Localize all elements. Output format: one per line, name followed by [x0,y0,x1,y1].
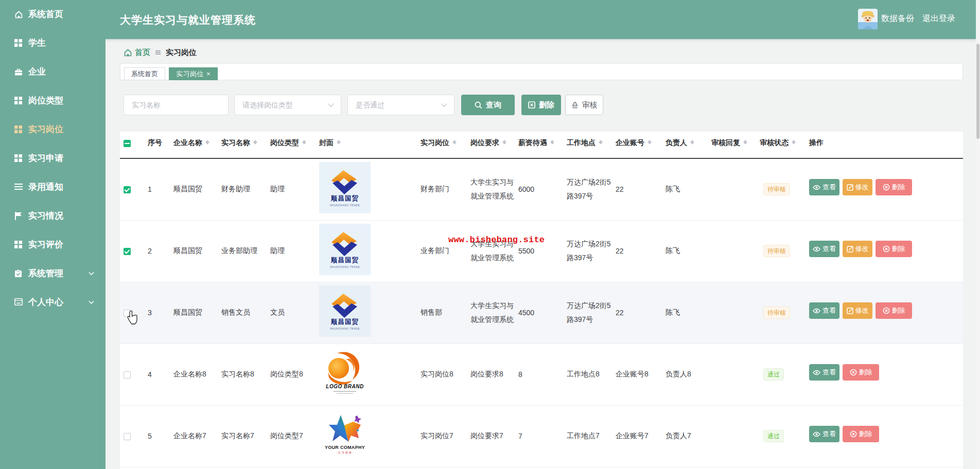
svg-text:顺昌国贸: 顺昌国贸 [330,194,359,202]
svg-text:SHUNCHANG TRADE: SHUNCHANG TRADE [330,327,360,330]
svg-text:顺昌国贸: 顺昌国贸 [330,318,359,326]
svg-text:顺昌国贸: 顺昌国贸 [330,256,359,264]
svg-text:SHUNCHANG TRADE: SHUNCHANG TRADE [330,204,360,207]
svg-text:SHUNCHANG TRADE: SHUNCHANG TRADE [330,265,360,268]
svg-text:LOGO BRAND: LOGO BRAND [326,384,363,389]
svg-text:- 文 字 内 容 -: - 文 字 内 容 - [336,451,353,455]
svg-text:YOUR COMAPHY: YOUR COMAPHY [325,445,365,450]
